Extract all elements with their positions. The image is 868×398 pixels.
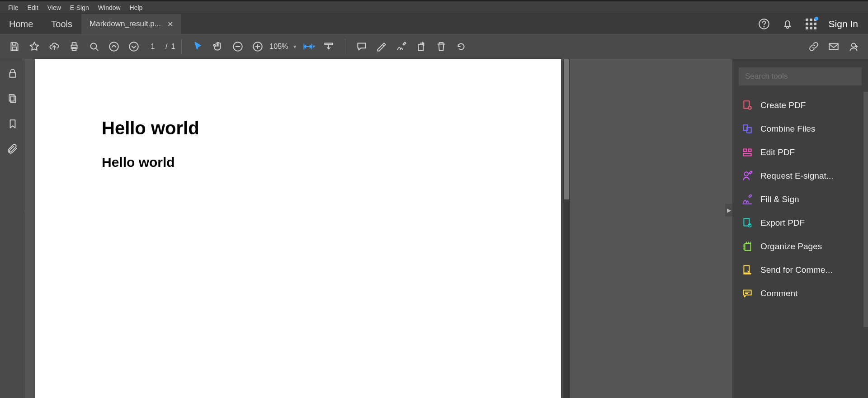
page-sep: / [165, 43, 167, 51]
cloud-upload-icon[interactable] [44, 37, 64, 57]
doc-heading: Hello world [102, 118, 561, 138]
sign-icon[interactable] [392, 37, 411, 57]
svg-rect-27 [745, 244, 751, 251]
tool-combine-files[interactable]: Combine Files [732, 117, 868, 141]
star-icon[interactable] [24, 37, 44, 57]
pdf-page: Hello world Hello world [35, 59, 561, 398]
menu-view[interactable]: View [43, 1, 66, 14]
tools-panel: Create PDFCombine FilesEdit PDFRequest E… [732, 59, 868, 398]
bell-icon[interactable] [782, 18, 793, 30]
comment-icon[interactable] [352, 37, 372, 57]
svg-rect-15 [9, 95, 14, 101]
page-current-input[interactable] [144, 41, 162, 52]
redo-icon[interactable] [451, 37, 471, 57]
tool-fill-sign[interactable]: Fill & Sign [732, 188, 868, 211]
menu-bar: File Edit View E-Sign Window Help [0, 1, 868, 14]
svg-point-13 [852, 43, 856, 47]
svg-rect-12 [829, 44, 838, 50]
tool-icon [741, 288, 753, 299]
left-rail: ◀ [0, 59, 25, 398]
zoom-in-icon[interactable] [248, 37, 268, 57]
tool-export-pdf[interactable]: Export PDF [732, 211, 868, 235]
highlight-icon[interactable] [372, 37, 392, 57]
tab-close-icon[interactable]: ✕ [167, 20, 173, 28]
share-link-icon[interactable] [804, 37, 824, 57]
menu-edit[interactable]: Edit [23, 1, 43, 14]
tool-create-pdf[interactable]: Create PDF [732, 94, 868, 117]
lock-icon[interactable] [7, 67, 19, 79]
tool-request-e-signat[interactable]: Request E-signat... [732, 164, 868, 188]
svg-rect-21 [743, 149, 747, 151]
zoom-dropdown[interactable]: 105% ▼ [268, 43, 299, 51]
save-icon[interactable] [5, 37, 24, 57]
apps-grid-icon[interactable] [805, 18, 817, 30]
page-up-icon[interactable] [104, 37, 124, 57]
tool-icon [741, 217, 753, 229]
menu-esign[interactable]: E-Sign [66, 1, 94, 14]
svg-rect-2 [13, 47, 17, 50]
find-icon[interactable] [84, 37, 104, 57]
tool-icon [741, 147, 753, 158]
rotate-page-icon[interactable] [411, 37, 431, 57]
tool-label: Comment [760, 289, 797, 298]
menu-help[interactable]: Help [125, 1, 147, 14]
tab-document[interactable]: Markdown_result.p... ✕ [81, 14, 181, 34]
tab-document-label: Markdown_result.p... [90, 19, 161, 28]
svg-point-6 [109, 42, 118, 51]
select-tool-icon[interactable] [188, 37, 208, 57]
search-tools-box[interactable] [739, 67, 862, 85]
tool-label: Combine Files [760, 124, 815, 134]
notification-dot [815, 17, 818, 20]
document-area: Hello world Hello world ▶ [25, 59, 732, 398]
tool-comment[interactable]: Comment [732, 282, 868, 305]
toolbar: / 1 105% ▼ ▼ [0, 34, 868, 59]
tool-label: Export PDF [760, 218, 805, 228]
tab-home[interactable]: Home [0, 14, 42, 34]
right-collapse-icon[interactable]: ▶ [725, 204, 732, 217]
bookmark-icon[interactable] [7, 118, 19, 130]
tool-label: Fill & Sign [760, 194, 799, 204]
email-icon[interactable] [824, 37, 844, 57]
page-down-icon[interactable] [124, 37, 144, 57]
tool-edit-pdf[interactable]: Edit PDF [732, 141, 868, 164]
tool-label: Send for Comme... [760, 265, 832, 275]
panel-scrollbar[interactable] [863, 92, 868, 327]
menu-file[interactable]: File [4, 1, 23, 14]
page-total: 1 [171, 43, 175, 51]
tool-organize-pages[interactable]: Organize Pages [732, 235, 868, 258]
tab-tools[interactable]: Tools [42, 14, 81, 34]
tool-icon [741, 241, 753, 252]
tool-icon [741, 100, 753, 111]
svg-rect-16 [10, 96, 15, 103]
svg-rect-23 [743, 153, 751, 156]
menu-window[interactable]: Window [94, 1, 125, 14]
share-people-icon[interactable] [844, 37, 863, 57]
search-tools-input[interactable] [745, 72, 855, 81]
svg-rect-11 [419, 45, 424, 51]
attachment-icon[interactable] [7, 143, 19, 155]
tool-send-for-comme[interactable]: Send for Comme... [732, 258, 868, 282]
tool-label: Create PDF [760, 100, 806, 110]
svg-point-24 [745, 172, 749, 176]
document-scrollbar[interactable] [563, 59, 570, 398]
svg-point-1 [764, 26, 764, 27]
tool-icon [741, 170, 753, 182]
svg-point-7 [129, 42, 138, 51]
doc-subheading: Hello world [102, 155, 561, 170]
delete-icon[interactable] [431, 37, 451, 57]
read-mode-icon[interactable] [319, 37, 339, 57]
tool-label: Organize Pages [760, 242, 822, 251]
hand-tool-icon[interactable] [208, 37, 228, 57]
print-icon[interactable] [64, 37, 84, 57]
tool-label: Request E-signat... [760, 171, 834, 181]
svg-rect-4 [72, 47, 76, 51]
help-icon[interactable] [758, 18, 770, 30]
sign-in-button[interactable]: Sign In [829, 19, 858, 29]
tool-label: Edit PDF [760, 147, 795, 157]
tool-icon [741, 123, 753, 135]
fit-width-icon[interactable]: ▼ [299, 37, 319, 57]
zoom-out-icon[interactable] [228, 37, 248, 57]
svg-rect-22 [748, 149, 751, 151]
thumbnails-icon[interactable] [7, 93, 19, 104]
page-number-box: / 1 [144, 41, 175, 52]
